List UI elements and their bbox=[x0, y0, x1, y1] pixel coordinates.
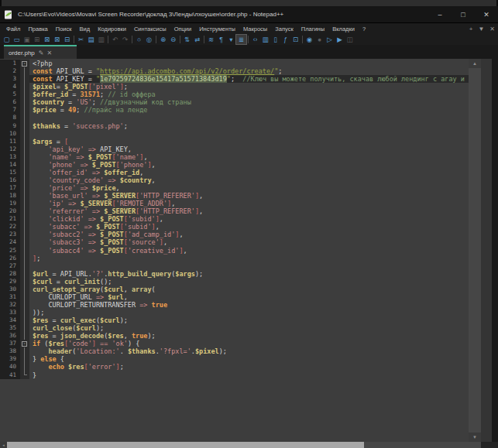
code-line[interactable]: 19 'ip' => $_SERVER['REMOTE_ADDR'], bbox=[0, 200, 469, 207]
code-line[interactable]: 16 'country_code' => $country, bbox=[0, 176, 469, 184]
minimize-button[interactable]: – bbox=[428, 6, 452, 23]
fold-margin[interactable] bbox=[20, 67, 29, 75]
menu-item[interactable]: Поиск bbox=[52, 26, 76, 32]
fold-margin[interactable] bbox=[20, 347, 29, 355]
code-line[interactable]: 41} bbox=[0, 371, 469, 379]
run-macro-multiple-icon[interactable]: ▶ bbox=[335, 35, 345, 44]
code-line[interactable]: 36$res = json_decode($res, true); bbox=[0, 332, 469, 340]
fold-margin[interactable] bbox=[20, 293, 29, 301]
record-macro-icon[interactable]: ◉ bbox=[304, 35, 314, 44]
fold-margin[interactable] bbox=[20, 247, 29, 255]
fold-margin[interactable] bbox=[20, 215, 29, 223]
fold-margin[interactable] bbox=[20, 130, 29, 138]
fold-margin[interactable] bbox=[20, 316, 29, 324]
code-line[interactable]: 40 echo $res['error']; bbox=[0, 363, 469, 371]
fold-margin[interactable] bbox=[20, 355, 29, 363]
code-line[interactable]: 2const API_URL = "https://api.adcombo.co… bbox=[0, 67, 469, 75]
code-line[interactable]: 24 'subacc3' => $_POST['source'], bbox=[0, 238, 469, 246]
fold-margin[interactable] bbox=[20, 207, 29, 215]
code-line[interactable]: 27 bbox=[0, 262, 469, 270]
code-line[interactable]: 34$res = curl_exec($curl); bbox=[0, 316, 469, 324]
fold-margin[interactable] bbox=[20, 122, 29, 130]
plus-icon[interactable]: + bbox=[469, 26, 473, 32]
code-editor[interactable]: 1-<?php2const API_URL = "https://api.adc… bbox=[0, 59, 469, 442]
tab-close-icon[interactable]: ✕ bbox=[47, 50, 53, 56]
code-line[interactable]: 5$offer_id = 31571; // id оффера bbox=[0, 91, 469, 98]
scroll-up-arrow-icon[interactable]: ▲ bbox=[469, 59, 481, 68]
code-line[interactable]: 14 'phone' => $_POST['phone'], bbox=[0, 161, 469, 169]
code-line[interactable]: 30curl_setopt_array($curl, array( bbox=[0, 286, 469, 293]
code-line[interactable]: 32 CURLOPT_RETURNTRANSFER => true bbox=[0, 301, 469, 309]
monitor-icon[interactable]: ⊡ bbox=[290, 35, 301, 44]
code-line[interactable]: 20 'referrer' => $_SERVER['HTTP_REFERER'… bbox=[0, 207, 469, 215]
code-line[interactable]: 39} else { bbox=[0, 355, 469, 363]
code-line[interactable]: 26]; bbox=[0, 255, 469, 262]
fold-margin[interactable] bbox=[20, 262, 29, 270]
menu-item[interactable]: Вид bbox=[76, 26, 94, 32]
code-line[interactable]: 4$pixel= $_POST['pixel']; bbox=[0, 83, 469, 91]
fold-margin[interactable] bbox=[20, 106, 29, 114]
new-file-icon[interactable]: ▢ bbox=[2, 35, 12, 44]
fold-margin[interactable] bbox=[20, 169, 29, 176]
close-all-icon[interactable]: ⊠ bbox=[52, 35, 62, 44]
code-line[interactable]: 10 bbox=[0, 130, 469, 138]
maximize-button[interactable]: □ bbox=[452, 6, 475, 23]
close-file-icon[interactable]: ⊠ bbox=[42, 35, 52, 44]
code-line[interactable]: 3const API_KEY = "1e79259724836e15417a51… bbox=[0, 75, 469, 83]
code-line[interactable]: 17 'price' => $price, bbox=[0, 184, 469, 192]
doc-map-icon[interactable]: ▥ bbox=[260, 35, 270, 44]
fold-margin[interactable] bbox=[20, 161, 29, 169]
sync-scroll-vertical-icon[interactable]: ⇅ bbox=[182, 35, 192, 44]
code-line[interactable]: 28$url = API_URL.'?'.http_build_query($a… bbox=[0, 270, 469, 278]
indent-guide-icon[interactable]: ≣ bbox=[236, 35, 246, 44]
fold-margin[interactable] bbox=[20, 98, 29, 106]
code-line[interactable]: 33)); bbox=[0, 309, 469, 316]
fold-collapse-icon[interactable]: - bbox=[22, 61, 27, 67]
fold-margin[interactable] bbox=[20, 200, 29, 207]
fold-margin[interactable] bbox=[20, 324, 29, 332]
menu-item[interactable]: Инструменты bbox=[195, 26, 239, 32]
code-line[interactable]: 6$country = 'US'; //двузначный код стран… bbox=[0, 98, 469, 106]
code-line[interactable]: 11$args = [ bbox=[0, 138, 469, 145]
menu-item[interactable]: Вкладки bbox=[328, 26, 359, 32]
fold-margin[interactable] bbox=[20, 184, 29, 192]
code-line[interactable]: 29$curl = curl_init(); bbox=[0, 278, 469, 286]
code-line[interactable]: 23 'subacc2' => $_POST['ad_camp_id'], bbox=[0, 231, 469, 238]
code-line[interactable]: 9$thanks = 'success.php'; bbox=[0, 122, 469, 130]
code-line[interactable]: 22 'subacc' => $_POST['subid'], bbox=[0, 223, 469, 231]
fold-margin[interactable] bbox=[20, 138, 29, 145]
close-icon[interactable]: ✕ bbox=[489, 26, 495, 32]
play-macro-icon[interactable]: ▷ bbox=[325, 35, 335, 44]
sync-scroll-horizontal-icon[interactable]: ⇄ bbox=[192, 35, 202, 44]
word-wrap-icon[interactable]: ≋ bbox=[206, 35, 216, 44]
code-line[interactable]: 15 'offer_id' => $offer_id, bbox=[0, 169, 469, 176]
chevron-down-icon[interactable]: ▼ bbox=[478, 26, 484, 32]
code-line[interactable]: 21 'clickid' => $_POST['subid'], bbox=[0, 215, 469, 223]
fold-margin[interactable]: - bbox=[20, 60, 29, 67]
code-line[interactable]: 7$price = 49; //прайс на ленде bbox=[0, 106, 469, 114]
scroll-left-arrow-icon[interactable]: ◂ bbox=[0, 442, 7, 448]
dropdown-arrow-icon[interactable]: ▾ bbox=[226, 35, 236, 44]
menu-item[interactable]: Плагины bbox=[297, 26, 328, 32]
horizontal-scrollbar-thumb[interactable] bbox=[7, 442, 364, 448]
menu-item[interactable]: Опции bbox=[170, 26, 196, 32]
code-line[interactable]: 8 bbox=[0, 114, 469, 121]
fold-margin[interactable]: - bbox=[20, 340, 29, 347]
fold-margin[interactable] bbox=[20, 192, 29, 200]
horizontal-scrollbar[interactable]: ◂ bbox=[0, 442, 481, 448]
code-line[interactable]: 13 'name' => $_POST['name'], bbox=[0, 153, 469, 161]
code-line[interactable]: 12 'api_key' => API_KEY, bbox=[0, 145, 469, 153]
scroll-down-arrow-icon[interactable]: ▼ bbox=[469, 433, 481, 442]
open-file-icon[interactable]: ▭ bbox=[12, 35, 22, 44]
code-line[interactable]: 35curl_close($curl); bbox=[0, 324, 469, 332]
fold-margin[interactable] bbox=[20, 145, 29, 153]
doc-list-icon[interactable]: ▯ bbox=[270, 35, 280, 44]
fold-margin[interactable] bbox=[20, 91, 29, 98]
vertical-scrollbar[interactable]: ▲ ▼ bbox=[469, 59, 481, 442]
menu-item[interactable]: Запуск bbox=[271, 26, 297, 32]
tab-order-php[interactable]: order.php ✎ ✕ bbox=[4, 45, 77, 59]
menu-item[interactable]: ? bbox=[359, 26, 369, 32]
fold-margin[interactable] bbox=[20, 238, 29, 246]
fold-margin[interactable] bbox=[20, 255, 29, 262]
code-line[interactable]: 37-if ($res['code'] == 'ok') { bbox=[0, 340, 469, 347]
